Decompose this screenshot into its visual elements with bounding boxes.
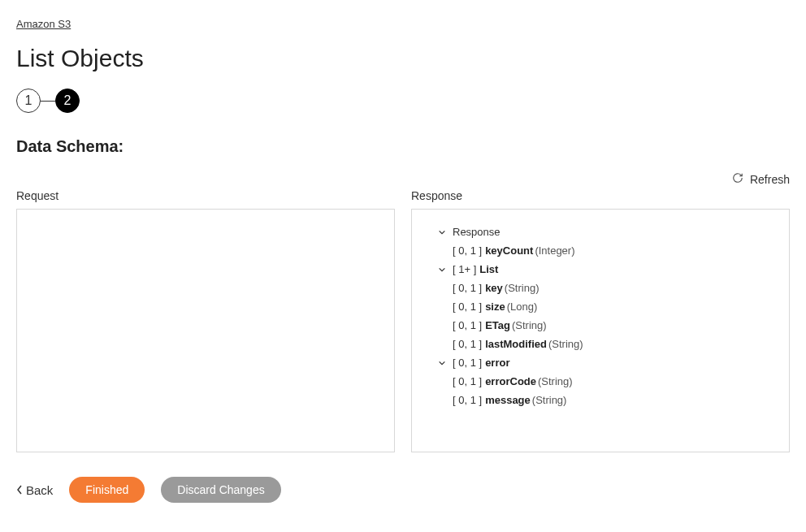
cardinality: [ 0, 1 ]	[453, 375, 482, 387]
field-name: error	[485, 357, 509, 369]
response-label: Response	[411, 189, 790, 202]
field-name: key	[485, 282, 503, 294]
chevron-down-icon[interactable]	[436, 264, 448, 275]
tree-node-error[interactable]: [ 0, 1 ] error	[420, 353, 781, 372]
field-type: (Long)	[507, 301, 538, 313]
discard-changes-button[interactable]: Discard Changes	[161, 477, 280, 503]
field-type: (String)	[505, 282, 540, 294]
page-title: List Objects	[16, 45, 790, 72]
step-2[interactable]: 2	[55, 89, 80, 113]
stepper: 1 2	[16, 89, 790, 113]
cardinality: [ 0, 1 ]	[453, 357, 482, 369]
field-type: (String)	[538, 375, 573, 387]
tree-node-size[interactable]: [ 0, 1 ] size (Long)	[420, 297, 781, 316]
step-connector	[41, 101, 55, 102]
cardinality: [ 1+ ]	[453, 263, 476, 275]
cardinality: [ 0, 1 ]	[453, 338, 482, 350]
tree-label: Response	[453, 226, 500, 238]
field-name: size	[485, 301, 505, 313]
request-label: Request	[16, 189, 395, 202]
response-schema-box: Response [ 0, 1 ] keyCount (Integer) [ 1…	[411, 209, 790, 452]
back-label: Back	[26, 483, 53, 497]
step-1[interactable]: 1	[16, 89, 41, 113]
tree-node-lastmodified[interactable]: [ 0, 1 ] lastModified (String)	[420, 335, 781, 353]
field-type: (String)	[548, 338, 583, 350]
field-name: List	[479, 263, 498, 275]
field-name: lastModified	[485, 338, 547, 350]
cardinality: [ 0, 1 ]	[453, 282, 482, 294]
tree-node-message[interactable]: [ 0, 1 ] message (String)	[420, 391, 781, 409]
field-name: ETag	[485, 319, 510, 331]
refresh-label: Refresh	[750, 173, 790, 186]
back-button[interactable]: Back	[16, 483, 53, 497]
cardinality: [ 0, 1 ]	[453, 319, 482, 331]
field-name: errorCode	[485, 375, 536, 387]
cardinality: [ 0, 1 ]	[453, 394, 482, 406]
tree-node-list[interactable]: [ 1+ ] List	[420, 260, 781, 279]
tree-node-key[interactable]: [ 0, 1 ] key (String)	[420, 279, 781, 297]
finished-button[interactable]: Finished	[69, 477, 145, 503]
field-type: (Integer)	[535, 244, 574, 257]
tree-node-errorcode[interactable]: [ 0, 1 ] errorCode (String)	[420, 372, 781, 391]
chevron-down-icon[interactable]	[436, 357, 448, 369]
tree-node-etag[interactable]: [ 0, 1 ] ETag (String)	[420, 316, 781, 335]
refresh-button[interactable]: Refresh	[732, 172, 790, 186]
field-name: keyCount	[485, 244, 533, 257]
section-title: Data Schema:	[16, 137, 790, 156]
field-type: (String)	[512, 319, 547, 331]
refresh-icon	[732, 172, 743, 186]
breadcrumb-link[interactable]: Amazon S3	[16, 18, 71, 30]
chevron-left-icon	[16, 483, 23, 497]
tree-node-response[interactable]: Response	[420, 223, 781, 241]
request-schema-box	[16, 209, 395, 452]
chevron-down-icon[interactable]	[436, 227, 448, 238]
field-name: message	[485, 394, 531, 406]
cardinality: [ 0, 1 ]	[453, 244, 482, 257]
cardinality: [ 0, 1 ]	[453, 301, 482, 313]
field-type: (String)	[532, 394, 567, 406]
tree-node-keycount[interactable]: [ 0, 1 ] keyCount (Integer)	[420, 241, 781, 260]
